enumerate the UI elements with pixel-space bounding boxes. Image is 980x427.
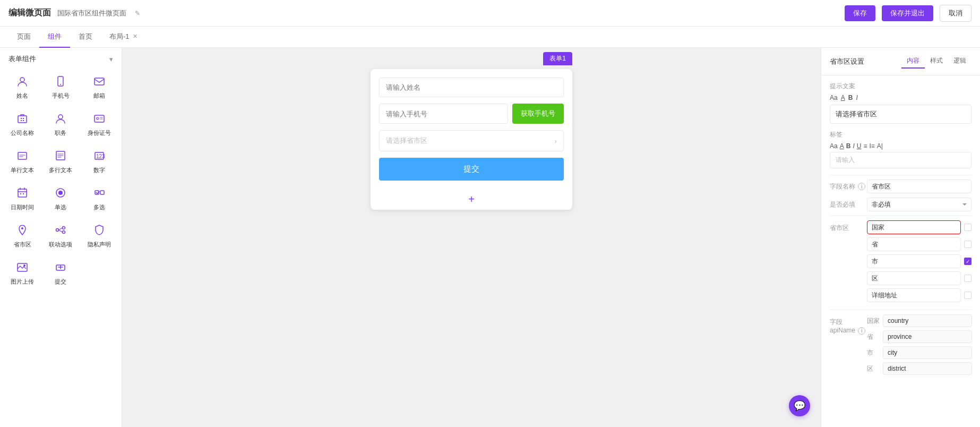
widget-company[interactable]: 公司名称 [4,107,40,142]
api-province-input[interactable] [883,330,972,343]
api-country-input[interactable] [883,314,972,327]
widget-image-upload[interactable]: 图片上传 [4,256,40,291]
add-component-button[interactable]: + [371,189,572,210]
field-name-info-icon[interactable]: i [858,183,865,190]
tab-component[interactable]: 组件 [39,27,70,48]
widget-phone[interactable]: 手机号 [42,70,79,105]
label-color-btn[interactable]: A| [877,142,883,150]
region-section-row: 省市区 [830,220,972,305]
svg-rect-18 [23,193,24,194]
name-input[interactable] [379,78,564,97]
hint-value[interactable]: 请选择省市区 [830,105,972,124]
label-align-btn[interactable]: ≡ [863,142,867,150]
submit-button[interactable]: 提交 [379,158,564,181]
widget-datetime[interactable]: 日期时间 [4,182,40,217]
label-list-btn[interactable]: I≡ [869,142,874,150]
widget-idcard[interactable]: 身份证号 [81,107,117,142]
sidebar-collapse-icon[interactable]: ▾ [109,55,113,63]
rp-tab-content[interactable]: 内容 [901,54,925,69]
form-field-name [379,78,564,97]
region-city-input[interactable] [867,254,961,268]
svg-rect-5 [21,118,22,119]
label-input[interactable]: 请输入 [830,152,972,168]
widget-cascade[interactable]: 联动选项 [42,219,79,254]
svg-point-20 [58,191,63,195]
region-address-checkbox[interactable] [964,292,972,299]
region-country-checkbox[interactable] [964,224,972,231]
save-exit-button[interactable]: 保存并退出 [882,5,933,21]
widget-region[interactable]: 省市区 [4,219,40,254]
api-district-input[interactable] [883,362,972,375]
tab-close-icon[interactable]: ✕ [133,33,137,40]
page-name: 国际省市区组件微页面 [57,8,126,18]
hint-b-btn[interactable]: B [848,94,853,101]
widget-name[interactable]: 姓名 [4,70,40,105]
edit-page-name-icon[interactable]: ✎ [135,10,140,17]
tab-page[interactable]: 页面 [8,27,39,48]
region-placeholder: 请选择省市区 [386,136,427,146]
hint-i-btn[interactable]: I [856,94,857,101]
svg-rect-17 [20,193,21,194]
widget-email[interactable]: 邮箱 [81,70,117,105]
widget-position-icon [55,113,66,127]
api-city-row: 市 [867,346,972,359]
required-label: 是否必填 [830,200,867,209]
api-district-row: 区 [867,362,972,375]
required-select[interactable]: 非必填 必填 [867,198,972,211]
widget-number-icon: 123 [93,150,105,164]
region-country-wrap [867,220,972,234]
widget-position[interactable]: 职务 [42,107,79,142]
widget-number[interactable]: 123 数字 [81,144,117,180]
widget-privacy[interactable]: 隐私声明 [81,219,117,254]
tab-layout[interactable]: 布局-1 ✕ [101,27,146,48]
widget-single-text-icon [16,150,28,164]
widget-submit[interactable]: 提交 [42,256,79,291]
region-district-checkbox[interactable] [964,275,972,282]
widget-single-text[interactable]: 单行文本 [4,144,40,180]
widget-grid: 姓名 手机号 邮箱 公司名称 [0,70,122,297]
divider-2 [830,216,972,216]
label-u-btn[interactable]: U [857,142,862,150]
hint-aa-btn[interactable]: Aa [830,94,838,101]
region-district-wrap [867,271,972,285]
form-region-field[interactable]: 请选择省市区 › [379,130,564,151]
save-button[interactable]: 保存 [845,5,875,21]
region-city-wrap: ✓ [867,254,972,268]
rp-tab-style[interactable]: 样式 [925,54,948,69]
phone-input[interactable] [379,104,508,124]
region-address-input[interactable] [867,288,961,302]
region-province-input[interactable] [867,237,961,251]
canvas-area: 表单1 获取手机号 请选择省市区 › 提交 [122,48,821,427]
region-country-input[interactable] [867,220,961,234]
api-name-items: 国家 省 市 区 [867,314,972,378]
widget-single-choice[interactable]: 单选 [42,182,79,217]
widget-multi-choice[interactable]: 多选 [81,182,117,217]
widget-idcard-label: 身份证号 [88,129,111,137]
widget-image-upload-label: 图片上传 [11,278,34,286]
label-aa-btn[interactable]: Aa [830,142,838,150]
api-name-info-icon[interactable]: i [858,327,865,335]
hint-a-btn[interactable]: A [841,94,845,101]
region-city-checkbox[interactable]: ✓ [964,258,972,265]
tab-bar: 页面 组件 首页 布局-1 ✕ [0,27,980,48]
chat-bubble[interactable]: 💬 [789,395,810,416]
sidebar-header: 表单组件 ▾ [0,48,122,70]
svg-rect-3 [94,78,104,85]
svg-rect-22 [100,191,104,194]
svg-point-24 [56,229,59,232]
label-a-btn[interactable]: A [840,142,844,150]
api-city-input[interactable] [883,346,972,359]
divider-3 [830,310,972,310]
label-b-btn[interactable]: B [846,142,851,150]
field-name-input[interactable] [867,180,972,193]
rp-tab-logic[interactable]: 逻辑 [948,54,972,69]
cancel-button[interactable]: 取消 [940,5,972,22]
api-country-label: 国家 [867,317,883,326]
get-phone-button[interactable]: 获取手机号 [512,104,564,124]
label-i-btn[interactable]: I [853,142,854,150]
tab-home[interactable]: 首页 [70,27,101,48]
widget-multi-text[interactable]: 多行文本 [42,144,79,180]
region-district-input[interactable] [867,271,961,285]
region-section-label: 省市区 [830,220,867,233]
region-province-checkbox[interactable] [964,241,972,248]
